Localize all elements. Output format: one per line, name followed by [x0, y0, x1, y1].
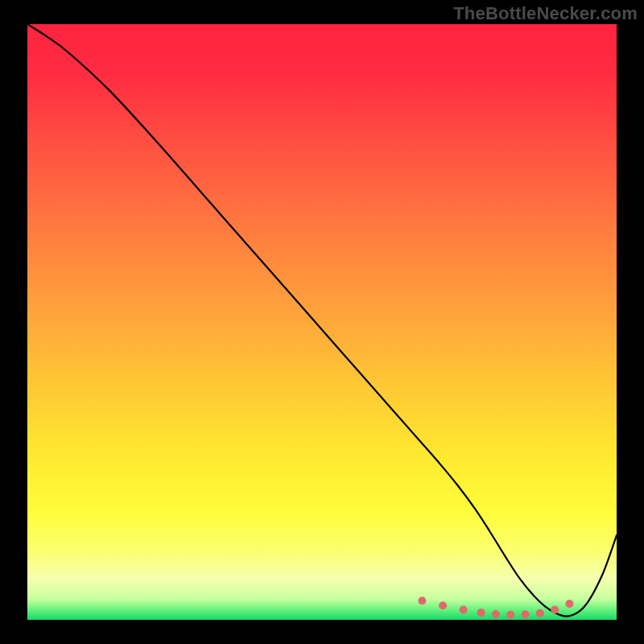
- optimal-marker: [551, 605, 559, 613]
- heat-background: [27, 24, 617, 620]
- optimal-marker: [492, 610, 500, 618]
- optimal-marker: [522, 610, 530, 618]
- optimal-marker: [477, 609, 485, 617]
- bottleneck-chart-svg: [27, 24, 617, 620]
- optimal-marker: [565, 600, 573, 608]
- optimal-marker: [536, 609, 544, 617]
- plot-area: [27, 24, 617, 620]
- optimal-marker: [460, 605, 468, 613]
- optimal-marker: [418, 597, 426, 605]
- chart-frame: TheBottleNecker.com: [0, 0, 644, 644]
- site-watermark: TheBottleNecker.com: [453, 3, 638, 24]
- optimal-marker: [439, 601, 447, 609]
- optimal-marker: [506, 611, 514, 619]
